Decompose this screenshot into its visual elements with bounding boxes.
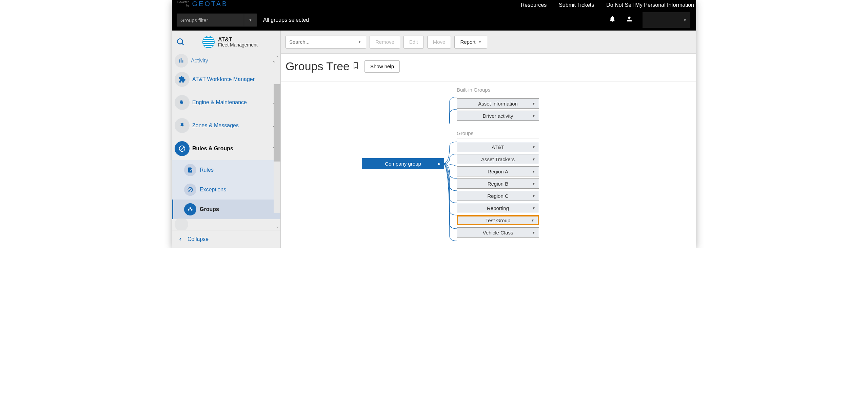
tree-node-label: Reporting (487, 205, 509, 211)
sidebar-item-zones[interactable]: Zones & Messages ⌄ (172, 114, 280, 137)
tree-node-asset-information[interactable]: Asset Information ▼ (457, 98, 539, 109)
builtin-groups-container: Asset Information ▼ Driver activity ▼ (457, 98, 691, 121)
groups-container: AT&T▼Asset Trackers▼Region A▼Region B▼Re… (457, 142, 691, 238)
all-groups-selected-label: All groups selected (263, 17, 309, 23)
tree-node-label: Region A (488, 169, 508, 174)
tree-node-region-c[interactable]: Region C▼ (457, 191, 539, 201)
link-resources[interactable]: Resources (521, 2, 547, 8)
svg-point-2 (190, 207, 191, 209)
chevron-down-icon: ▼ (532, 145, 535, 149)
sidebar-item-rules-groups[interactable]: Rules & Groups ⌃ (172, 137, 280, 160)
chevron-down-icon: ▼ (532, 206, 535, 210)
search-icon[interactable] (176, 37, 185, 47)
user-icon[interactable] (626, 15, 633, 25)
notifications-icon[interactable] (609, 15, 616, 25)
sidebar-sub-groups[interactable]: Groups (172, 200, 280, 219)
collapse-button[interactable]: Collapse (172, 230, 280, 248)
page-title: Groups Tree (285, 60, 359, 73)
chevron-down-icon: ▼ (532, 114, 535, 118)
brand-logo[interactable]: AT&T Fleet Management (202, 36, 258, 48)
tree-node-region-b[interactable]: Region B▼ (457, 178, 539, 189)
groups-icon (184, 203, 196, 215)
zones-icon (175, 118, 190, 133)
tree-node-label: Vehicle Class (482, 230, 513, 235)
sidebar-item-label: AT&T Workforce Manager (192, 76, 276, 82)
rules-icon (184, 164, 196, 176)
tree-node-at-t[interactable]: AT&T▼ (457, 142, 539, 152)
sidebar-item-engine[interactable]: Engine & Maintenance ⌄ (172, 91, 280, 114)
tree-node-label: AT&T (492, 144, 504, 150)
sidebar: AT&T Fleet Management ︿ Activity ⌄ AT&T … (172, 31, 281, 248)
tree-root-company-group[interactable]: Company group ▶ (362, 158, 444, 169)
svg-line-1 (182, 43, 183, 45)
search-dropdown-caret[interactable]: ▼ (353, 36, 366, 49)
chevron-down-icon: ▼ (532, 182, 535, 186)
sidebar-sub-exceptions[interactable]: Exceptions (172, 180, 280, 200)
scrollbar-thumb[interactable] (274, 84, 280, 162)
svg-point-3 (188, 209, 190, 211)
brand-title: AT&T (218, 37, 258, 43)
sidebar-item-workforce[interactable]: AT&T Workforce Manager (172, 68, 280, 91)
search-input[interactable] (285, 36, 353, 49)
puzzle-icon (175, 72, 190, 87)
chevron-down-icon: ⌄ (272, 58, 276, 63)
user-menu-dropdown[interactable]: ▼ (643, 12, 690, 28)
sidebar-item-partial-bottom[interactable] (172, 219, 280, 229)
sidebar-item-activity[interactable]: Activity ⌄ (172, 54, 280, 68)
prohibit-icon (175, 141, 190, 156)
chevron-down-icon: ▼ (478, 40, 481, 44)
sidebar-sub-label: Exceptions (200, 187, 226, 193)
tree-node-test-group[interactable]: Test Group▼ (457, 215, 539, 225)
sidebar-item-label: Rules & Groups (192, 146, 272, 152)
report-button[interactable]: Report ▼ (454, 36, 487, 49)
tree-node-region-a[interactable]: Region A▼ (457, 166, 539, 176)
icon-placeholder (175, 218, 188, 230)
chevron-down-icon: ▼ (532, 157, 535, 161)
scroll-down-icon[interactable]: ﹀ (276, 225, 279, 230)
report-label: Report (460, 39, 475, 45)
chart-icon (175, 54, 188, 68)
chevron-down-icon: ▼ (244, 14, 257, 26)
sidebar-item-label: Zones & Messages (192, 122, 272, 129)
att-globe-icon (202, 36, 215, 48)
tree-node-label: Region B (488, 181, 509, 187)
engine-icon (175, 95, 190, 110)
move-button[interactable]: Move (427, 36, 451, 49)
geotab-logo: GEOTAB (192, 0, 228, 8)
tree-node-reporting[interactable]: Reporting▼ (457, 203, 539, 213)
groups-filter-placeholder: Groups filter (177, 17, 244, 23)
collapse-label: Collapse (188, 236, 209, 242)
tree-node-label: Region C (487, 193, 509, 199)
chevron-down-icon: ▼ (531, 219, 534, 222)
sidebar-sub-rules[interactable]: Rules (172, 160, 280, 180)
chevron-right-icon: ▶ (438, 162, 441, 166)
tree-node-asset-trackers[interactable]: Asset Trackers▼ (457, 154, 539, 164)
tree-node-driver-activity[interactable]: Driver activity ▼ (457, 111, 539, 121)
tree-node-label: Test Group (486, 218, 510, 223)
chevron-down-icon: ▼ (532, 231, 535, 234)
tree-root-label: Company group (385, 161, 421, 167)
tree-node-label: Asset Information (478, 101, 518, 107)
show-help-button[interactable]: Show help (364, 60, 400, 73)
exceptions-icon (184, 184, 196, 196)
link-do-not-sell[interactable]: Do Not Sell My Personal Information (606, 2, 694, 8)
chevron-down-icon: ▼ (532, 170, 535, 173)
svg-point-0 (177, 39, 182, 44)
tree-area: Built-in Groups Asset Information ▼ Driv… (281, 81, 696, 248)
toolbar: ▼ Remove Edit Move Report ▼ (281, 31, 696, 54)
builtin-groups-label: Built-in Groups (457, 87, 539, 95)
sidebar-scrollbar[interactable] (274, 84, 280, 213)
groups-filter-dropdown[interactable]: Groups filter ▼ (177, 14, 257, 26)
bookmark-icon[interactable] (352, 61, 359, 72)
tree-node-vehicle-class[interactable]: Vehicle Class▼ (457, 227, 539, 238)
tree-node-label: Driver activity (482, 113, 513, 119)
sidebar-item-label: Engine & Maintenance (192, 99, 272, 106)
link-submit-tickets[interactable]: Submit Tickets (559, 2, 594, 8)
sidebar-sub-label: Rules (200, 167, 214, 173)
remove-button[interactable]: Remove (370, 36, 400, 49)
tree-node-label: Asset Trackers (481, 156, 515, 162)
powered-by: Powered by GEOTAB (177, 0, 228, 8)
edit-button[interactable]: Edit (403, 36, 424, 49)
header-links: Resources Submit Tickets Do Not Sell My … (521, 0, 694, 8)
chevron-down-icon: ▼ (532, 102, 535, 106)
